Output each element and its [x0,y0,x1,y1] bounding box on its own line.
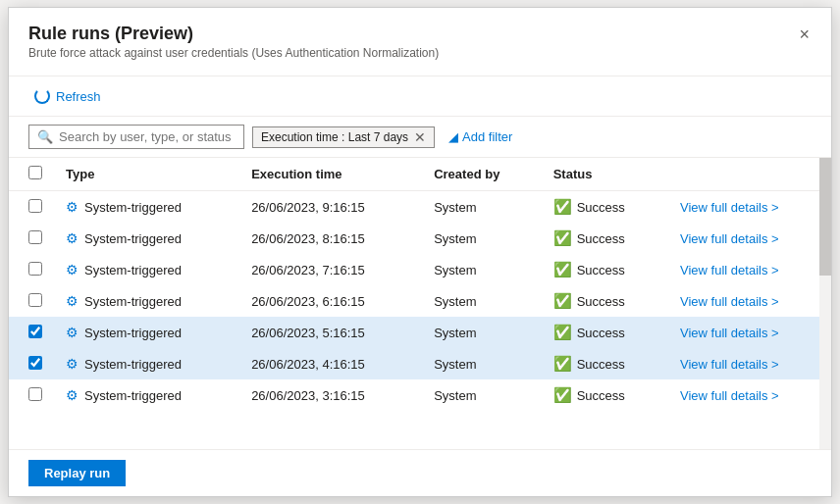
row-status-cell: ✅Success [542,348,668,379]
row-status-cell: ✅Success [542,285,668,317]
row-link-cell: View full details > [668,317,831,348]
success-icon: ✅ [553,198,572,216]
row-type: System-triggered [84,326,182,340]
refresh-icon [34,88,50,104]
row-link-cell: View full details > [668,285,831,317]
view-full-details-link[interactable]: View full details > [680,326,779,340]
view-full-details-link[interactable]: View full details > [680,388,779,403]
row-created-by: System [422,191,541,224]
runs-table: Type Execution time Created by Status ⚙S… [9,158,831,411]
row-status-cell: ✅Success [542,191,668,224]
filter-tag-execution-time: Execution time : Last 7 days ✕ [252,126,435,148]
row-created-by: System [422,285,541,317]
view-full-details-link[interactable]: View full details > [680,263,779,277]
refresh-label: Refresh [56,89,101,104]
row-created-by: System [422,254,541,285]
gear-icon: ⚙ [66,356,79,372]
row-link-cell: View full details > [668,379,831,411]
table-row: ⚙System-triggered26/06/2023, 4:16:15Syst… [9,348,831,379]
row-status: Success [577,326,625,340]
row-link-cell: View full details > [668,191,831,224]
funnel-icon: ◢ [448,129,458,144]
row-type-cell: ⚙System-triggered [54,285,239,317]
row-status: Success [577,200,625,215]
row-status-cell: ✅Success [542,317,668,348]
row-type-cell: ⚙System-triggered [54,254,239,285]
scrollbar-thumb[interactable] [819,158,831,276]
row-status: Success [577,231,625,246]
table-row: ⚙System-triggered26/06/2023, 6:16:15Syst… [9,285,831,317]
filter-tag-close-button[interactable]: ✕ [414,130,426,144]
view-full-details-link[interactable]: View full details > [680,294,779,309]
scrollbar-track[interactable] [819,158,831,449]
gear-icon: ⚙ [66,293,79,309]
row-type: System-triggered [84,200,182,215]
row-checkbox[interactable] [28,262,42,276]
gear-icon: ⚙ [66,262,79,277]
row-checkbox[interactable] [28,293,42,307]
success-icon: ✅ [553,292,572,310]
row-type-cell: ⚙System-triggered [54,317,239,348]
row-type: System-triggered [84,294,182,309]
content-area: Type Execution time Created by Status ⚙S… [9,158,831,449]
row-checkbox-cell [9,348,54,379]
row-checkbox[interactable] [28,325,42,338]
row-link-cell: View full details > [668,348,831,379]
row-checkbox[interactable] [28,199,42,213]
row-status-cell: ✅Success [542,223,668,254]
table-row: ⚙System-triggered26/06/2023, 7:16:15Syst… [9,254,831,285]
row-checkbox-cell [9,285,54,317]
select-all-checkbox[interactable] [28,166,42,179]
row-status: Success [577,357,625,372]
replay-run-button[interactable]: Replay run [28,460,126,486]
row-checkbox[interactable] [28,230,42,244]
toolbar: Refresh [9,76,831,117]
row-checkbox[interactable] [28,387,42,401]
row-status: Success [577,263,625,277]
row-execution-time: 26/06/2023, 4:16:15 [239,348,422,379]
row-checkbox-cell [9,317,54,348]
refresh-button[interactable]: Refresh [28,84,107,108]
row-execution-time: 26/06/2023, 3:16:15 [239,379,422,411]
success-icon: ✅ [553,324,572,341]
dialog-title: Rule runs (Preview) [28,24,812,44]
search-box[interactable]: 🔍 [28,125,244,149]
gear-icon: ⚙ [66,387,79,403]
row-status: Success [577,294,625,309]
row-status: Success [577,388,625,403]
col-header-created-by: Created by [422,158,541,191]
gear-icon: ⚙ [66,199,79,215]
gear-icon: ⚙ [66,230,79,246]
row-type-cell: ⚙System-triggered [54,348,239,379]
row-created-by: System [422,223,541,254]
row-link-cell: View full details > [668,254,831,285]
footer: Replay run [9,449,831,496]
row-type-cell: ⚙System-triggered [54,191,239,224]
view-full-details-link[interactable]: View full details > [680,357,779,372]
col-header-type: Type [54,158,239,191]
close-button[interactable]: × [793,24,815,45]
row-type-cell: ⚙System-triggered [54,223,239,254]
filter-tag-label: Execution time : Last 7 days [261,130,408,144]
table-header-row: Type Execution time Created by Status [9,158,831,191]
success-icon: ✅ [553,261,572,278]
view-full-details-link[interactable]: View full details > [680,200,779,215]
row-execution-time: 26/06/2023, 6:16:15 [239,285,422,317]
row-type: System-triggered [84,357,182,372]
row-status-cell: ✅Success [542,379,668,411]
row-checkbox[interactable] [28,356,42,370]
search-input[interactable] [59,129,236,144]
row-type: System-triggered [84,388,182,403]
row-checkbox-cell [9,254,54,285]
table-row: ⚙System-triggered26/06/2023, 9:16:15Syst… [9,191,831,224]
add-filter-button[interactable]: ◢ Add filter [443,126,518,147]
row-status-cell: ✅Success [542,254,668,285]
view-full-details-link[interactable]: View full details > [680,231,779,246]
row-checkbox-cell [9,223,54,254]
gear-icon: ⚙ [66,325,79,340]
row-type: System-triggered [84,263,182,277]
add-filter-label: Add filter [462,129,512,144]
table-row: ⚙System-triggered26/06/2023, 5:16:15Syst… [9,317,831,348]
row-type: System-triggered [84,231,182,246]
filter-bar: 🔍 Execution time : Last 7 days ✕ ◢ Add f… [9,117,831,158]
